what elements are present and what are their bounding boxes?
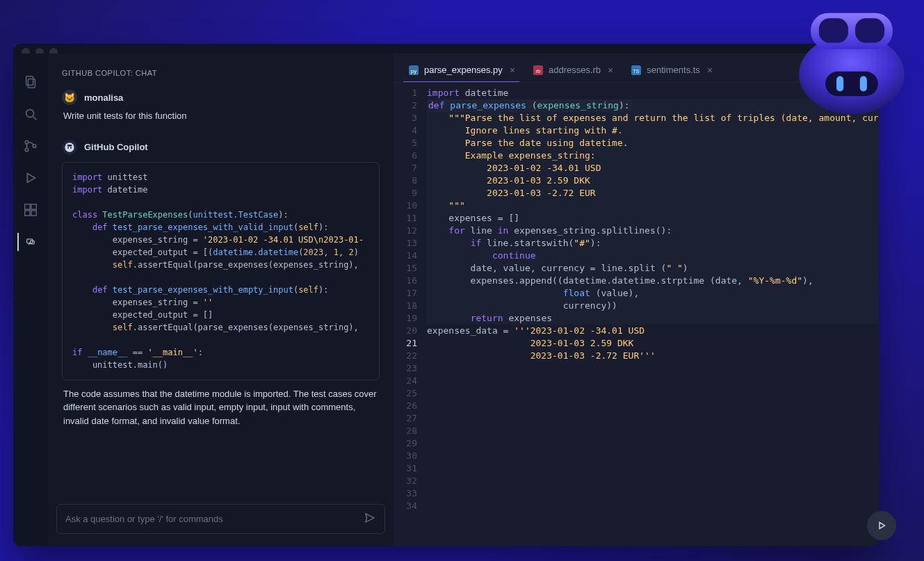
svg-rect-11: [31, 211, 36, 216]
svg-rect-27: [819, 18, 848, 42]
bot-name: GitHub Copilot: [84, 142, 148, 152]
svg-point-6: [33, 145, 36, 148]
svg-text:TS: TS: [633, 68, 640, 73]
copilot-avatar-icon: [62, 140, 77, 155]
svg-marker-7: [27, 174, 35, 183]
chat-panel: GITHUB COPILOT: CHAT 🐱 monalisa Write un…: [48, 54, 394, 546]
chat-code-block: import unittest import datetime class Te…: [62, 162, 380, 380]
tab-label: parse_expenses.py: [424, 65, 503, 75]
titlebar: [13, 44, 879, 54]
extensions-icon[interactable]: [22, 201, 40, 219]
chat-input[interactable]: Ask a question or type '/' for commands: [56, 504, 385, 534]
activity-bar: [13, 54, 48, 546]
user-name: monalisa: [84, 92, 123, 103]
svg-rect-8: [25, 204, 30, 209]
app-window: GITHUB COPILOT: CHAT 🐱 monalisa Write un…: [13, 44, 879, 546]
svg-line-3: [33, 117, 37, 120]
chat-input-placeholder: Ask a question or type '/' for commands: [65, 514, 223, 524]
svg-rect-17: [67, 145, 72, 147]
files-icon[interactable]: [22, 73, 40, 91]
svg-rect-1: [28, 79, 35, 88]
line-gutter: 1234567891011121314151617181920212223242…: [394, 87, 427, 546]
svg-text:py: py: [411, 67, 416, 74]
tab-label: sentiments.ts: [647, 65, 700, 75]
code-content[interactable]: import datetimedef parse_expenses (expen…: [427, 87, 879, 546]
close-icon[interactable]: ×: [510, 65, 515, 76]
svg-point-14: [65, 143, 74, 152]
tab-bar: pyparse_expenses.py×rbaddresses.rb×TSsen…: [394, 54, 879, 83]
close-icon[interactable]: ×: [707, 65, 713, 76]
tab-label: addresses.rb: [549, 65, 601, 75]
bot-message: GitHub Copilot import unittest import da…: [56, 136, 385, 432]
svg-point-2: [26, 110, 34, 117]
bot-explanation: The code assumes that the datetime modul…: [62, 387, 380, 428]
svg-rect-9: [31, 204, 36, 209]
send-icon[interactable]: [364, 512, 376, 526]
chat-header: GITHUB COPILOT: CHAT: [48, 54, 394, 86]
run-button[interactable]: [867, 511, 896, 540]
tab-sentiments-ts[interactable]: TSsentiments.ts×: [622, 60, 721, 81]
svg-rect-10: [25, 211, 30, 216]
svg-point-16: [70, 147, 72, 148]
svg-marker-24: [880, 523, 885, 529]
svg-point-4: [25, 140, 29, 144]
tab-addresses-rb[interactable]: rbaddresses.rb×: [524, 60, 622, 81]
svg-point-5: [25, 148, 29, 152]
user-prompt-text: Write unit tests for this function: [62, 109, 380, 123]
close-icon[interactable]: ×: [608, 65, 613, 76]
code-area[interactable]: 1234567891011121314151617181920212223242…: [394, 83, 879, 546]
search-icon[interactable]: [22, 105, 40, 123]
svg-text:rb: rb: [535, 67, 541, 74]
tab-parse_expenses-py[interactable]: pyparse_expenses.py×: [399, 60, 524, 81]
svg-rect-0: [26, 76, 33, 86]
svg-rect-28: [855, 18, 884, 42]
user-avatar-icon: 🐱: [62, 90, 77, 105]
svg-point-15: [67, 147, 69, 148]
debug-icon[interactable]: [22, 169, 40, 187]
git-icon[interactable]: [22, 137, 40, 155]
editor-panel: pyparse_expenses.py×rbaddresses.rb×TSsen…: [394, 54, 879, 546]
chat-icon[interactable]: [17, 233, 35, 251]
svg-rect-12: [27, 239, 33, 243]
user-message: 🐱 monalisa Write unit tests for this fun…: [56, 86, 385, 127]
